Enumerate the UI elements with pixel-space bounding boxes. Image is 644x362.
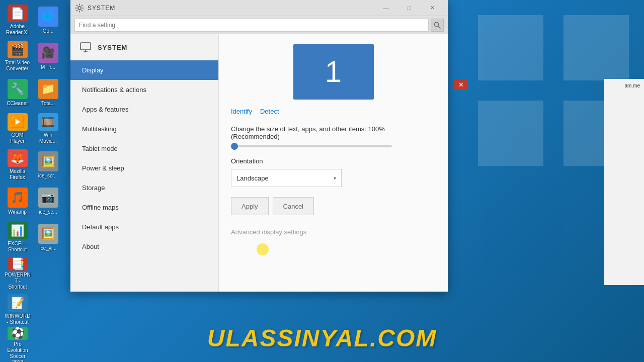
search-button[interactable]	[431, 19, 444, 32]
icon-firefox[interactable]: 🦊 Mozilla Firefox	[3, 147, 32, 183]
icon-powerpoint-img: 📑	[8, 257, 28, 270]
sidebar-item-multitasking[interactable]: Multitasking	[70, 119, 218, 139]
sidebar-item-about[interactable]: About	[70, 237, 218, 256]
icon-row-8: 📑 POWERPNT - Shortcut	[3, 256, 63, 291]
icon-winword-img: 📝	[8, 294, 28, 312]
icon-row-10: ⚽ Pro Evolution Soccer 2013	[3, 328, 63, 362]
icon-icescr-img: 🖼️	[38, 151, 58, 171]
sidebar-item-tablet-mode-label: Tablet mode	[82, 145, 118, 152]
search-bar-container	[70, 16, 448, 34]
sidebar: SYSTEM Display Notifications & actions A…	[70, 34, 219, 292]
icon-winamp[interactable]: 🎵 Winamp	[3, 184, 32, 219]
monitor-icon	[79, 41, 92, 53]
icon-icevi[interactable]: 🖼️ ice_vi...	[33, 220, 63, 255]
svg-point-0	[78, 7, 81, 10]
win-pane-bl	[478, 101, 543, 166]
icon-icescr-label: ice_scr...	[38, 173, 58, 179]
content-panel: 1 Identify Detect Change the size of tex…	[219, 34, 448, 292]
icon-total-video[interactable]: 🎬 Total Video Converter	[3, 39, 32, 74]
icon-excel[interactable]: 📊 EXCEL - Shortcut	[3, 220, 32, 255]
minimize-button[interactable]: —	[374, 0, 397, 16]
sidebar-item-apps-features[interactable]: Apps & features	[70, 100, 218, 119]
icon-row-7: 📊 EXCEL - Shortcut 🖼️ ice_vi...	[3, 220, 63, 255]
svg-line-2	[438, 26, 441, 28]
scale-slider-container	[231, 145, 392, 147]
detect-link[interactable]: Detect	[260, 108, 279, 115]
advanced-display-settings-link[interactable]: Advanced display settings	[231, 228, 306, 236]
icon-adobe-reader-label: Adobe Reader XI	[5, 24, 30, 36]
icon-ccleaner-label: CCleaner	[7, 101, 28, 107]
icon-icesc2[interactable]: 📷 ice_sc...	[33, 184, 63, 219]
icon-icescr[interactable]: 🖼️ ice_scr...	[33, 147, 63, 183]
sidebar-item-default-apps[interactable]: Default apps	[70, 217, 218, 237]
monitor-number: 1	[325, 57, 342, 87]
sidebar-item-about-label: About	[82, 243, 99, 250]
desktop: 📄 Adobe Reader XI 🌐 Go... 🎬 Total Video …	[0, 0, 644, 362]
icon-row-2: 🎬 Total Video Converter 🎥 M Pr...	[3, 39, 63, 74]
icon-row-9: 📝 WINWORD - Shortcut	[3, 292, 63, 327]
orientation-value: Landscape	[236, 174, 269, 182]
sidebar-item-display[interactable]: Display	[70, 60, 218, 80]
icon-total2-img: 📁	[38, 79, 58, 99]
icon-powerpoint[interactable]: 📑 POWERPNT - Shortcut	[3, 256, 33, 291]
orientation-label: Orientation	[231, 157, 436, 165]
icon-adobe-reader[interactable]: 📄 Adobe Reader XI	[3, 3, 32, 38]
icon-chrome[interactable]: 🌐 Go...	[33, 3, 63, 38]
system-title: SYSTEM	[98, 44, 127, 51]
gear-icon	[75, 4, 84, 13]
sidebar-item-offline-maps[interactable]: Offline maps	[70, 198, 218, 217]
apply-button[interactable]: Apply	[231, 197, 269, 215]
search-icon	[434, 22, 441, 29]
red-close-button[interactable]: ✕	[454, 79, 468, 90]
scale-slider-track	[231, 145, 392, 147]
sidebar-item-storage-label: Storage	[82, 184, 105, 192]
chevron-down-icon: ▾	[334, 175, 336, 181]
icon-gom-label: GOM Player	[5, 132, 30, 144]
system-header-icon	[78, 40, 93, 54]
sidebar-item-power-sleep[interactable]: Power & sleep	[70, 158, 218, 178]
icon-ccleaner-img: 🔧	[8, 79, 28, 99]
system-header: SYSTEM	[70, 34, 218, 60]
sidebar-item-offline-maps-label: Offline maps	[82, 204, 119, 211]
icon-firefox-img: 🦊	[8, 149, 28, 167]
icon-winword[interactable]: 📝 WINWORD - Shortcut	[3, 292, 33, 327]
sidebar-item-storage[interactable]: Storage	[70, 178, 218, 198]
icon-row-5: 🦊 Mozilla Firefox 🖼️ ice_scr...	[3, 147, 63, 183]
win-pane-tl	[478, 15, 543, 80]
title-bar: SYSTEM — □ ✕	[70, 0, 448, 16]
sidebar-item-notifications-label: Notifications & actions	[82, 86, 146, 94]
desktop-icons-area: 📄 Adobe Reader XI 🌐 Go... 🎬 Total Video …	[0, 0, 65, 362]
icon-row-4: ▶️ GOM Player 🎞️ Win Movie...	[3, 111, 63, 146]
icon-ccleaner[interactable]: 🔧 CCleaner	[3, 75, 32, 110]
icon-chrome-label: Go...	[43, 28, 54, 34]
icon-mpr[interactable]: 🎥 M Pr...	[33, 39, 63, 74]
scale-slider-thumb[interactable]	[231, 143, 238, 150]
buttons-row: Apply Cancel	[231, 197, 436, 215]
icon-adobe-reader-img: 📄	[8, 5, 28, 22]
orientation-select[interactable]: Landscape ▾	[231, 169, 342, 187]
main-area: SYSTEM Display Notifications & actions A…	[70, 34, 448, 292]
sidebar-item-default-apps-label: Default apps	[82, 223, 119, 231]
icon-winmovie[interactable]: 🎞️ Win Movie...	[33, 111, 63, 146]
icon-powerpoint-label: POWERPNT - Shortcut	[5, 272, 31, 290]
search-input[interactable]	[79, 22, 424, 29]
identify-link[interactable]: Identify	[231, 108, 252, 115]
icon-chrome-img: 🌐	[38, 7, 58, 27]
watermark: ULASSINYAL.COM	[207, 324, 437, 352]
partial-window-text: am.me	[604, 79, 644, 93]
window-controls: — □ ✕	[374, 0, 444, 16]
maximize-button[interactable]: □	[397, 0, 421, 16]
icon-pes2013[interactable]: ⚽ Pro Evolution Soccer 2013	[3, 328, 33, 362]
icon-gom[interactable]: ▶️ GOM Player	[3, 111, 32, 146]
close-button[interactable]: ✕	[421, 0, 444, 16]
sidebar-item-tablet-mode[interactable]: Tablet mode	[70, 139, 218, 158]
sidebar-item-notifications[interactable]: Notifications & actions	[70, 80, 218, 100]
svg-rect-3	[80, 43, 91, 50]
icon-row-3: 🔧 CCleaner 📁 Tota...	[3, 75, 63, 110]
icon-icesc2-img: 📷	[38, 188, 58, 208]
scale-subtext: (Recommended)	[231, 133, 280, 140]
icon-total2[interactable]: 📁 Tota...	[33, 75, 63, 110]
icon-winmovie-label: Win Movie...	[35, 132, 61, 144]
cancel-button[interactable]: Cancel	[273, 197, 314, 215]
icon-pes2013-label: Pro Evolution Soccer 2013	[5, 341, 31, 363]
